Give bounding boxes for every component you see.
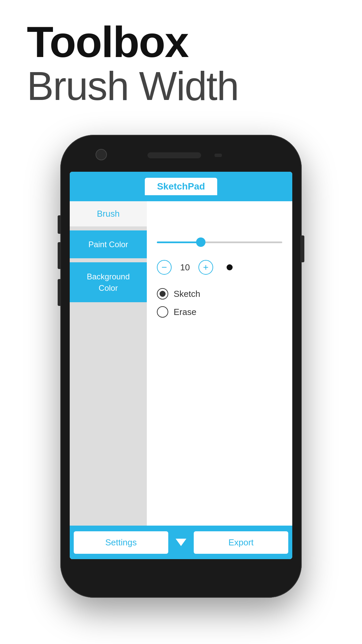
phone-screen: SketchPad Brush Paint Color BackgroundCo…	[70, 172, 292, 559]
sidebar: Brush Paint Color BackgroundColor	[70, 201, 147, 526]
app-title-tab[interactable]: SketchPad	[145, 178, 217, 195]
erase-radio-button[interactable]	[157, 306, 168, 318]
phone-vol-up-button	[58, 242, 61, 269]
sketch-radio-button[interactable]	[157, 288, 168, 300]
background-color-button[interactable]: BackgroundColor	[70, 262, 147, 302]
decrease-button[interactable]: −	[157, 260, 172, 275]
export-button[interactable]: Export	[194, 531, 288, 554]
brush-width-slider-row	[157, 241, 282, 243]
sketch-radio-row[interactable]: Sketch	[157, 288, 282, 300]
paint-color-button[interactable]: Paint Color	[70, 230, 147, 258]
phone-power-button	[300, 235, 304, 262]
brush-width-stepper-row: − 10 +	[157, 260, 282, 275]
sketch-radio-label: Sketch	[174, 289, 200, 299]
brush-width-slider-track[interactable]	[157, 241, 282, 243]
erase-radio-row[interactable]: Erase	[157, 306, 282, 318]
phone-mute-button	[58, 215, 61, 234]
app-bar: SketchPad	[70, 172, 292, 201]
page-title-bold: Toolbox	[27, 20, 335, 64]
chevron-down-icon	[176, 539, 186, 546]
settings-button[interactable]: Settings	[74, 531, 168, 554]
bottom-bar: Settings Export	[70, 526, 292, 559]
phone-camera	[96, 149, 107, 160]
page-title-light: Brush Width	[27, 64, 335, 108]
stepper-value: 10	[178, 262, 192, 273]
slider-thumb[interactable]	[196, 237, 205, 247]
slider-fill	[157, 241, 201, 243]
phone-sensor	[215, 154, 222, 157]
erase-radio-label: Erase	[174, 307, 196, 317]
page-header: Toolbox Brush Width	[0, 0, 362, 121]
sidebar-brush-tab[interactable]: Brush	[70, 201, 147, 226]
phone-vol-down-button	[58, 279, 61, 306]
app-content: Brush Paint Color BackgroundColor −	[70, 201, 292, 526]
sketch-radio-inner	[160, 291, 166, 297]
increase-button[interactable]: +	[198, 260, 213, 275]
chevron-down-button[interactable]	[171, 532, 191, 552]
brush-settings-panel: − 10 + Sketch Erase	[147, 201, 292, 526]
phone-speaker	[147, 152, 201, 158]
phone-device: SketchPad Brush Paint Color BackgroundCo…	[60, 135, 302, 598]
brush-preview-dot	[227, 264, 233, 270]
brush-mode-radio-group: Sketch Erase	[157, 288, 282, 318]
